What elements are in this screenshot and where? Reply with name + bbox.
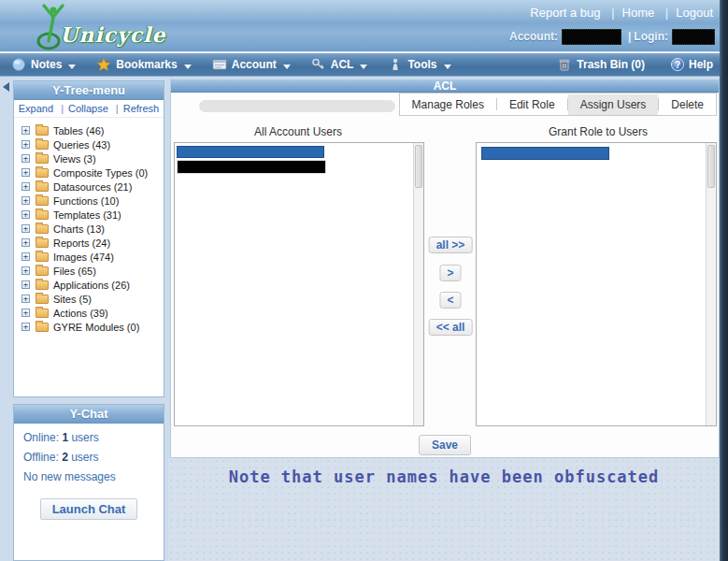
expand-plus-icon[interactable]: + (21, 323, 30, 331)
home-link[interactable]: Home (604, 6, 654, 20)
expand-plus-icon[interactable]: + (21, 196, 30, 205)
expand-plus-icon[interactable]: + (21, 168, 30, 177)
folder-icon (36, 295, 49, 304)
expand-plus-icon[interactable]: + (21, 252, 30, 261)
tree-actions: Expand Collapse Refresh (14, 100, 164, 118)
nav-notes-label: Notes (31, 58, 62, 71)
chat-panel: Y-Chat Online: 1 users Offline: 2 users … (13, 404, 164, 561)
tree-collapse-link[interactable]: Collapse (56, 103, 108, 114)
tree-list: + Tables (46) + Queries (43) + Views (3)… (14, 118, 164, 334)
move-right-button[interactable]: > (439, 265, 461, 281)
nav-bookmarks[interactable]: Bookmarks (96, 58, 191, 71)
tree-item-views[interactable]: + Views (3) (21, 151, 164, 165)
listbox-scrollbar[interactable] (413, 143, 423, 425)
expand-plus-icon[interactable]: + (21, 280, 30, 289)
expand-plus-icon[interactable]: + (21, 238, 30, 247)
all-account-users-listbox[interactable] (174, 142, 424, 426)
user-item-obfuscated[interactable] (177, 160, 326, 174)
tree-item-reports[interactable]: + Reports (24) (21, 236, 164, 250)
move-all-left-button[interactable]: << all (429, 319, 473, 336)
folder-icon (36, 252, 49, 262)
trash-bin-icon (557, 58, 572, 71)
expand-plus-icon[interactable]: + (21, 309, 30, 317)
logout-link[interactable]: Logout (658, 6, 713, 20)
tree-item-tables[interactable]: + Tables (46) (21, 123, 164, 137)
save-button[interactable]: Save (419, 435, 471, 455)
tab-assign-users[interactable]: Assign Users (568, 94, 659, 115)
tree-item-charts[interactable]: + Charts (13) (21, 222, 164, 236)
chat-online-status: Online: 1 users (23, 431, 154, 444)
folder-icon (36, 238, 49, 248)
account-value-redacted (562, 29, 621, 45)
expand-plus-icon[interactable]: + (21, 210, 30, 219)
right-edge-strip (720, 0, 728, 561)
acl-main-panel: ACL Manage Roles Edit Role Assign Users … (170, 79, 720, 458)
account-login-line: Account: Login: (509, 28, 719, 45)
sidebar-collapse-arrow-icon[interactable] (3, 82, 9, 92)
navbar-left-group: Notes Bookmarks Account AC (0, 58, 451, 71)
listbox-scrollbar[interactable] (706, 143, 716, 425)
nav-account[interactable]: Account (212, 58, 291, 71)
tree-expand-link[interactable]: Expand (19, 103, 53, 114)
account-card-icon (212, 58, 227, 71)
expand-plus-icon[interactable]: + (21, 266, 30, 275)
expand-plus-icon[interactable]: + (21, 140, 30, 149)
tab-delete[interactable]: Delete (659, 94, 716, 115)
acl-keys-icon (311, 58, 326, 71)
tree-refresh-link[interactable]: Refresh (111, 103, 159, 114)
tab-manage-roles[interactable]: Manage Roles (400, 94, 496, 115)
tree-item-templates[interactable]: + Templates (31) (21, 208, 164, 222)
expand-plus-icon[interactable]: + (21, 182, 30, 191)
all-account-users-label: All Account Users (171, 125, 425, 140)
folder-icon (36, 196, 49, 206)
chevron-down-icon (184, 65, 192, 69)
expand-plus-icon[interactable]: + (21, 224, 30, 233)
nav-acl-label: ACL (331, 58, 354, 71)
move-all-right-button[interactable]: all >> (429, 237, 473, 253)
top-banner: Unicycle Report a bug Home Logout Accoun… (0, 0, 728, 51)
expand-plus-icon[interactable]: + (21, 295, 30, 303)
tree-item-files[interactable]: + Files (65) (21, 264, 164, 278)
nav-help[interactable]: ? Help (671, 58, 713, 71)
folder-icon (36, 140, 49, 150)
login-value-redacted (672, 29, 715, 45)
tree-item-queries[interactable]: + Queries (43) (21, 137, 164, 151)
help-label: Help (689, 58, 713, 71)
chevron-down-icon (68, 65, 76, 69)
tree-item-actions[interactable]: + Actions (39) (21, 306, 164, 320)
tree-item-functions[interactable]: + Functions (10) (21, 194, 164, 208)
tree-item-sites[interactable]: + Sites (5) (21, 292, 164, 306)
launch-chat-button[interactable]: Launch Chat (40, 498, 138, 520)
notes-globe-icon (11, 58, 26, 71)
folder-icon (36, 323, 49, 332)
grant-role-to-users-label: Grant Role to Users (478, 125, 719, 140)
chat-body: Online: 1 users Offline: 2 users No new … (14, 424, 164, 527)
expand-plus-icon[interactable]: + (21, 126, 30, 135)
user-item-obfuscated-selected[interactable] (177, 146, 324, 158)
nav-acl[interactable]: ACL (311, 58, 368, 71)
user-item-obfuscated-selected[interactable] (481, 147, 609, 160)
login-label: Login: (634, 30, 668, 43)
trash-bin-label: Trash Bin (0) (577, 58, 645, 71)
tree-item-applications[interactable]: + Applications (26) (21, 278, 164, 292)
scrollbar-thumb[interactable] (707, 145, 715, 188)
folder-icon (36, 168, 49, 178)
expand-plus-icon[interactable]: + (21, 154, 30, 163)
scrollbar-thumb[interactable] (415, 145, 422, 188)
grant-role-users-listbox[interactable] (476, 142, 717, 426)
tree-menu-title: Y-Tree-menu (14, 81, 164, 100)
tab-edit-role[interactable]: Edit Role (497, 94, 567, 115)
nav-bookmarks-label: Bookmarks (116, 58, 177, 71)
nav-trash-bin[interactable]: Trash Bin (0) (557, 58, 645, 71)
nav-tools[interactable]: Tools (388, 58, 450, 71)
move-left-button[interactable]: < (439, 292, 461, 309)
tree-item-images[interactable]: + Images (474) (21, 250, 164, 264)
role-name-bar (199, 100, 395, 112)
tree-item-gyre-modules[interactable]: + GYRE Modules (0) (21, 320, 164, 334)
acl-tabs-row: Manage Roles Edit Role Assign Users Dele… (171, 93, 719, 117)
tree-item-datasources[interactable]: + Datasources (21) (21, 180, 164, 194)
report-bug-link[interactable]: Report a bug (530, 6, 600, 20)
nav-notes[interactable]: Notes (11, 58, 76, 71)
tree-item-composite-types[interactable]: + Composite Types (0) (21, 165, 164, 180)
chat-offline-status: Offline: 2 users (23, 451, 154, 464)
